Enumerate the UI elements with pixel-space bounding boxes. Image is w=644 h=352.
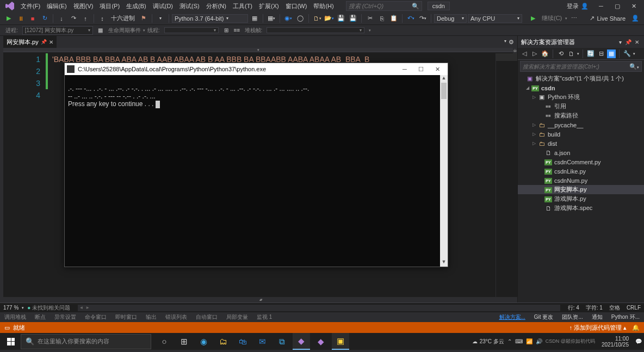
taskbar-clock[interactable]: 11:002021/10/25: [598, 336, 632, 348]
split-toggle-icon[interactable]: ≑: [513, 48, 517, 53]
tray-chevron-icon[interactable]: ⌃: [507, 338, 512, 344]
tab-watch[interactable]: 监视 1: [252, 312, 276, 322]
thread-icon1[interactable]: ⊞: [221, 25, 232, 36]
tab-autos[interactable]: 自动窗口: [191, 312, 222, 322]
refresh-icon[interactable]: 🔄: [586, 50, 595, 58]
stack-dropdown[interactable]: ▾: [267, 27, 364, 33]
tree-csdnnum[interactable]: PYcsdnNum.py: [518, 176, 644, 185]
redo-icon[interactable]: ↷▾: [417, 13, 428, 24]
login-button[interactable]: 登录👤: [562, 2, 593, 10]
ide-search-input[interactable]: [349, 3, 412, 9]
tab-callstack[interactable]: 调用堆栈: [0, 312, 30, 322]
issues-indicator[interactable]: ●未找到相关问题: [24, 304, 73, 312]
mail-icon[interactable]: ✉: [253, 333, 271, 350]
stop-button[interactable]: ■: [27, 13, 38, 24]
taskbar-search[interactable]: 🔍在这里输入你要搜索的内容: [21, 334, 151, 349]
sync-icon[interactable]: ⟲: [556, 50, 565, 58]
overflow-icon2[interactable]: ⋯: [568, 13, 579, 24]
platform-dropdown[interactable]: Any CPU▾: [468, 14, 522, 23]
taskview-icon[interactable]: ⊞: [175, 333, 193, 350]
menu-analyze[interactable]: 分析(N): [203, 1, 230, 11]
explorer-icon[interactable]: 🗂: [214, 333, 232, 350]
solution-search-input[interactable]: [523, 64, 629, 70]
env-action-icon[interactable]: ▦: [249, 13, 260, 24]
editor-navbar[interactable]: [3, 48, 513, 52]
tray-action-center-icon[interactable]: 💬: [635, 338, 642, 344]
weather-widget[interactable]: ☁23°C 多云: [472, 338, 504, 345]
tab-settings-icon[interactable]: ⚙: [509, 39, 514, 46]
zoom-level[interactable]: 177 %: [0, 305, 22, 311]
python-console-icon[interactable]: ▣: [332, 333, 349, 350]
tab-immediate[interactable]: 即时窗口: [111, 312, 141, 322]
menu-build[interactable]: 生成(B): [123, 1, 150, 11]
menu-window[interactable]: 窗口(W): [282, 1, 311, 11]
vscode-icon[interactable]: ⧉: [273, 333, 290, 350]
nav-fwd-icon[interactable]: ▷: [530, 50, 539, 58]
console-titlebar[interactable]: C:\Users\25288\AppData\Local\Programs\Py…: [65, 63, 448, 75]
tab-errorlist[interactable]: 错误列表: [161, 312, 191, 322]
menu-file[interactable]: 文件(F): [17, 1, 44, 11]
tree-build[interactable]: 🗀build: [518, 129, 644, 139]
layout-icon[interactable]: ▦▾: [266, 13, 277, 24]
collapse-icon[interactable]: ⊟: [597, 50, 605, 58]
console-close-button[interactable]: ✕: [429, 66, 445, 73]
step-out-icon[interactable]: ↑: [80, 13, 91, 24]
process-dropdown[interactable]: [12072] 网安脚本.py▾: [22, 26, 93, 35]
home-icon[interactable]: 🏠: [541, 50, 549, 58]
nav-back-icon[interactable]: ◁: [520, 50, 529, 58]
window-minimize-button[interactable]: ─: [593, 0, 609, 12]
minimap[interactable]: [496, 53, 517, 297]
tree-project[interactable]: PYcsdn: [518, 83, 644, 92]
tab-notify[interactable]: 通知: [587, 312, 607, 322]
panel-close-icon[interactable]: ✕: [633, 39, 641, 45]
toggle-icon[interactable]: ↕: [97, 13, 108, 24]
edge-icon[interactable]: ◉: [195, 333, 212, 350]
tab-solution[interactable]: 解决方案...: [495, 312, 530, 322]
wrench-icon[interactable]: 🔧: [623, 50, 631, 58]
tab-wangan[interactable]: 网安脚本.py 📌 ✕: [3, 36, 57, 48]
solution-search[interactable]: 🔍▾: [520, 61, 642, 72]
tree-env[interactable]: ▣Python 环境: [518, 92, 644, 102]
tab-breakpoints[interactable]: 断点: [30, 312, 50, 322]
tree-youxi-spec[interactable]: 🗋游戏脚本.spec: [518, 203, 644, 213]
horizontal-scrollbar[interactable]: [78, 305, 560, 311]
panel-dropdown-icon[interactable]: ▾: [617, 39, 623, 45]
menu-view[interactable]: 视图(V): [70, 1, 97, 11]
menu-edit[interactable]: 编辑(E): [44, 1, 70, 11]
console-output[interactable]: .-. --- -... . .-. - ... .--. .- -.-. . …: [65, 75, 448, 267]
continue-button[interactable]: ▶: [528, 13, 538, 24]
tree-solution-root[interactable]: ▣解决方案"csdn"(1 个项目/共 1 个): [518, 74, 644, 83]
menu-tools[interactable]: 工具(T): [230, 1, 256, 11]
restart-button[interactable]: ↻: [39, 13, 50, 24]
pause-button[interactable]: ⏸: [15, 13, 26, 24]
notifications-icon[interactable]: 🔔: [632, 324, 640, 331]
tab-exceptions[interactable]: 异常设置: [50, 312, 81, 322]
tree-wangan[interactable]: PY网安脚本.py: [518, 185, 644, 194]
config-dropdown[interactable]: Debug▾: [434, 14, 467, 23]
window-close-button[interactable]: ✕: [626, 0, 642, 12]
console-scrollbar[interactable]: ▲▼: [440, 75, 448, 267]
menu-debug[interactable]: 调试(D): [150, 1, 176, 11]
start-button[interactable]: [2, 333, 20, 350]
paste-icon[interactable]: 📋: [388, 13, 399, 24]
toggle-icon2[interactable]: ▦: [607, 50, 616, 58]
visualstudio2-icon[interactable]: ◆: [312, 333, 330, 350]
store-icon[interactable]: 🛍: [234, 333, 251, 350]
start-button[interactable]: ▶: [3, 13, 14, 24]
nav-fwd-icon[interactable]: ◯: [295, 13, 306, 24]
tree-ajson[interactable]: 🗋a.json: [518, 148, 644, 157]
eol-indicator[interactable]: CRLF: [623, 305, 644, 311]
tray-volume-icon[interactable]: 🔊: [536, 338, 542, 344]
ide-search[interactable]: 🔍: [346, 1, 422, 11]
saveall-icon[interactable]: 💾: [348, 13, 358, 24]
pin-icon[interactable]: 📌: [41, 39, 47, 45]
menu-help[interactable]: 帮助(H): [310, 1, 337, 11]
panel-pin-icon[interactable]: 📌: [623, 39, 633, 45]
menu-extensions[interactable]: 扩展(X): [256, 1, 282, 11]
source-control-button[interactable]: ↑ 添加到源代码管理 ▴: [569, 324, 627, 332]
cut-icon[interactable]: ✂: [364, 13, 375, 24]
continue-label[interactable]: 继续(C): [540, 14, 564, 22]
tab-locals[interactable]: 局部变量: [222, 312, 252, 322]
showall-icon[interactable]: 🗋: [567, 50, 575, 58]
tab-git[interactable]: Git 更改: [530, 312, 558, 322]
